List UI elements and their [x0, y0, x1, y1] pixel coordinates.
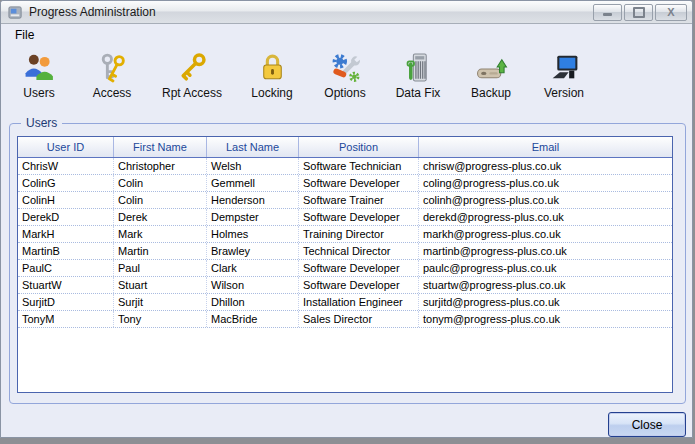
users-groupbox-legend: Users — [21, 116, 62, 130]
table-cell: Software Developer — [299, 277, 419, 293]
table-cell: Installation Engineer — [299, 294, 419, 310]
table-cell: Software Developer — [299, 209, 419, 225]
table-cell: martinb@progress-plus.co.uk — [419, 243, 672, 259]
table-cell: Stuart — [114, 277, 207, 293]
toolbar: Users Access — [13, 50, 590, 106]
table-cell: MarkH — [18, 226, 114, 242]
padlock-icon — [256, 51, 289, 84]
table-cell: Sales Director — [299, 311, 419, 327]
table-cell: ColinG — [18, 175, 114, 191]
table-cell: Christopher — [114, 158, 207, 174]
table-cell: ColinH — [18, 192, 114, 208]
menu-file[interactable]: File — [6, 25, 43, 45]
close-icon: X — [667, 7, 674, 18]
toolbar-button-backup[interactable]: Backup — [465, 50, 517, 101]
table-cell: Paul — [114, 260, 207, 276]
toolbar-button-version[interactable]: Version — [538, 50, 590, 101]
toolbar-button-rpt-access[interactable]: Rpt Access — [159, 50, 225, 101]
table-cell: stuartw@progress-plus.co.uk — [419, 277, 672, 293]
table-row[interactable]: MartinBMartinBrawleyTechnical Directorma… — [18, 243, 672, 260]
toolbar-label: Data Fix — [396, 86, 441, 100]
table-cell: Wilson — [207, 277, 299, 293]
table-row[interactable]: ChrisWChristopherWelshSoftware Technicia… — [18, 158, 672, 175]
table-row[interactable]: ColinHColinHendersonSoftware Trainercoli… — [18, 192, 672, 209]
toolbar-label: Users — [23, 86, 54, 100]
table-row[interactable]: MarkHMarkHolmesTraining Directormarkh@pr… — [18, 226, 672, 243]
table-cell: Henderson — [207, 192, 299, 208]
table-cell: Martin — [114, 243, 207, 259]
gold-key-icon — [176, 51, 209, 84]
table-cell: Colin — [114, 192, 207, 208]
maximize-icon — [633, 7, 645, 18]
maximize-button[interactable] — [624, 4, 653, 21]
app-window: Progress Administration X File Users — [0, 0, 693, 438]
window-controls: X — [593, 4, 687, 21]
table-cell: markh@progress-plus.co.uk — [419, 226, 672, 242]
app-icon — [8, 5, 23, 20]
table-cell: Dempster — [207, 209, 299, 225]
table-cell: Welsh — [207, 158, 299, 174]
table-cell: surjitd@progress-plus.co.uk — [419, 294, 672, 310]
table-cell: MacBride — [207, 311, 299, 327]
table-cell: colinh@progress-plus.co.uk — [419, 192, 672, 208]
column-header[interactable]: Position — [299, 137, 419, 157]
table-row[interactable]: SurjitDSurjitDhillonInstallation Enginee… — [18, 294, 672, 311]
menu-bar: File — [1, 24, 692, 45]
minimize-button[interactable] — [593, 4, 622, 21]
two-keys-icon — [96, 51, 129, 84]
table-row[interactable]: DerekDDerekDempsterSoftware Developerder… — [18, 209, 672, 226]
drive-up-arrow-icon — [475, 51, 508, 84]
table-cell: derekd@progress-plus.co.uk — [419, 209, 672, 225]
table-cell: Tony — [114, 311, 207, 327]
table-cell: Dhillon — [207, 294, 299, 310]
table-cell: ChrisW — [18, 158, 114, 174]
column-header[interactable]: Last Name — [207, 137, 299, 157]
gears-wrench-icon — [329, 51, 362, 84]
table-row[interactable]: PaulCPaulClarkSoftware Developerpaulc@pr… — [18, 260, 672, 277]
table-cell: Training Director — [299, 226, 419, 242]
table-cell: TonyM — [18, 311, 114, 327]
table-cell: Holmes — [207, 226, 299, 242]
toolbar-button-access[interactable]: Access — [86, 50, 138, 101]
toolbar-button-locking[interactable]: Locking — [246, 50, 298, 101]
users-icon — [23, 51, 56, 84]
table-cell: MartinB — [18, 243, 114, 259]
table-row[interactable]: ColinGColinGemmellSoftware Developercoli… — [18, 175, 672, 192]
toolbar-label: Access — [93, 86, 132, 100]
table-cell: Software Developer — [299, 175, 419, 191]
table-row[interactable]: TonyMTonyMacBrideSales Directortonym@pro… — [18, 311, 672, 328]
users-table: User IDFirst NameLast NamePositionEmail … — [17, 136, 673, 393]
table-cell: SurjitD — [18, 294, 114, 310]
table-cell: coling@progress-plus.co.uk — [419, 175, 672, 191]
table-cell: tonym@progress-plus.co.uk — [419, 311, 672, 327]
table-cell: Gemmell — [207, 175, 299, 191]
toolbar-button-options[interactable]: Options — [319, 50, 371, 101]
table-cell: Technical Director — [299, 243, 419, 259]
table-cell: Software Developer — [299, 260, 419, 276]
toolbar-label: Options — [324, 86, 365, 100]
toolbar-label: Locking — [251, 86, 292, 100]
toolbar-label: Backup — [471, 86, 511, 100]
close-window-button[interactable]: X — [655, 4, 687, 21]
window-title: Progress Administration — [29, 5, 156, 19]
close-button[interactable]: Close — [608, 412, 686, 437]
table-cell: Brawley — [207, 243, 299, 259]
table-header[interactable]: User IDFirst NameLast NamePositionEmail — [18, 137, 672, 158]
table-cell: Software Technician — [299, 158, 419, 174]
table-cell: Clark — [207, 260, 299, 276]
table-row[interactable]: StuartWStuartWilsonSoftware Developerstu… — [18, 277, 672, 294]
column-header[interactable]: First Name — [114, 137, 207, 157]
toolbar-button-data-fix[interactable]: Data Fix — [392, 50, 444, 101]
table-cell: Mark — [114, 226, 207, 242]
toolbar-button-users[interactable]: Users — [13, 50, 65, 101]
column-header[interactable]: Email — [419, 137, 672, 157]
table-cell: chrisw@progress-plus.co.uk — [419, 158, 672, 174]
table-cell: paulc@progress-plus.co.uk — [419, 260, 672, 276]
table-cell: Surjit — [114, 294, 207, 310]
toolbar-label: Version — [544, 86, 584, 100]
title-bar[interactable]: Progress Administration X — [1, 1, 692, 24]
server-tool-icon — [402, 51, 435, 84]
table-body: ChrisWChristopherWelshSoftware Technicia… — [18, 158, 672, 392]
minimize-icon — [603, 13, 612, 16]
column-header[interactable]: User ID — [18, 137, 114, 157]
